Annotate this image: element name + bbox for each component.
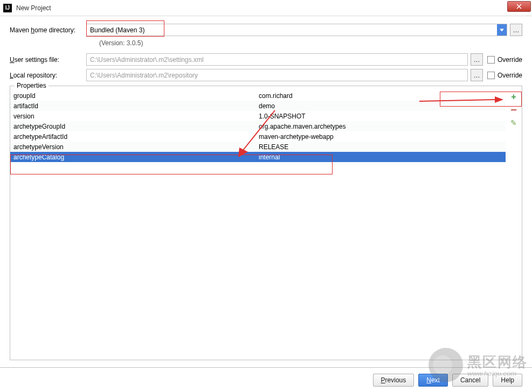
maven-home-value: Bundled (Maven 3) xyxy=(87,26,497,34)
user-settings-row: User settings file: C:\Users\Administrat… xyxy=(10,53,522,66)
prop-key: archetypeCatalog xyxy=(13,153,259,161)
prop-val: com.richard xyxy=(259,92,502,100)
maven-home-label: Maven home directory: xyxy=(10,26,86,34)
table-row[interactable]: archetypeGroupId org.apache.maven.archet… xyxy=(10,121,506,131)
pencil-icon: ✎ xyxy=(510,118,517,127)
user-settings-input[interactable]: C:\Users\Administrator\.m2\settings.xml xyxy=(86,53,468,66)
footer: Previous Next Cancel Help xyxy=(0,367,532,392)
properties-legend: Properties xyxy=(15,82,49,89)
remove-property-button[interactable]: − xyxy=(509,106,518,114)
app-icon: IJ xyxy=(3,4,12,12)
prop-val: 1.0-SNAPSHOT xyxy=(259,113,502,120)
prop-key: version xyxy=(13,113,259,120)
table-row[interactable]: archetypeCatalog internal xyxy=(10,152,506,162)
properties-table[interactable]: groupId com.richard artifactId demo vers… xyxy=(10,90,506,360)
table-row[interactable]: artifactId demo xyxy=(10,101,506,111)
table-row[interactable]: groupId com.richard xyxy=(10,90,506,101)
maven-version-text: (Version: 3.0.5) xyxy=(86,39,522,47)
prop-key: groupId xyxy=(13,92,259,100)
local-repo-override-checkbox[interactable] xyxy=(487,72,495,79)
close-icon xyxy=(516,4,522,9)
previous-button[interactable]: Previous xyxy=(373,374,414,387)
help-button[interactable]: Help xyxy=(493,374,522,387)
prop-val: RELEASE xyxy=(259,143,502,151)
local-repo-label: Local repository: xyxy=(10,72,86,79)
cancel-button[interactable]: Cancel xyxy=(452,374,488,387)
prop-val: maven-archetype-webapp xyxy=(259,133,502,141)
prop-val: org.apache.maven.archetypes xyxy=(259,123,502,130)
properties-fieldset: Properties groupId com.richard artifactI… xyxy=(10,86,522,360)
local-repo-override-wrap: Override xyxy=(487,72,522,79)
minus-icon: − xyxy=(510,107,517,113)
user-settings-override-checkbox[interactable] xyxy=(487,56,495,64)
user-settings-label: User settings file: xyxy=(10,56,86,64)
table-row[interactable]: archetypeArtifactId maven-archetype-weba… xyxy=(10,131,506,142)
properties-actions: + − ✎ xyxy=(506,90,522,360)
prop-val: internal xyxy=(259,153,502,161)
titlebar: IJ New Project xyxy=(0,0,532,16)
local-repo-input[interactable]: C:\Users\Administrator\.m2\repository xyxy=(86,69,468,81)
prop-key: artifactId xyxy=(13,102,259,110)
close-button[interactable] xyxy=(507,1,531,12)
user-settings-override-label: Override xyxy=(498,56,522,64)
maven-home-row: Maven home directory: Bundled (Maven 3) … xyxy=(10,24,522,36)
maven-home-browse-button[interactable]: … xyxy=(510,24,522,36)
plus-icon: + xyxy=(511,93,516,101)
prop-val: demo xyxy=(259,102,502,110)
table-row[interactable]: archetypeVersion RELEASE xyxy=(10,142,506,152)
prop-key: archetypeGroupId xyxy=(13,123,259,130)
local-repo-row: Local repository: C:\Users\Administrator… xyxy=(10,69,522,81)
window-title: New Project xyxy=(16,4,51,12)
user-settings-override-wrap: Override xyxy=(487,56,522,64)
prop-key: archetypeVersion xyxy=(13,143,259,151)
user-settings-browse-button[interactable]: … xyxy=(471,53,483,66)
edit-property-button[interactable]: ✎ xyxy=(509,118,518,127)
next-button[interactable]: Next xyxy=(418,374,448,387)
prop-key: archetypeArtifactId xyxy=(13,133,259,141)
chevron-down-icon[interactable] xyxy=(497,24,507,36)
add-property-button[interactable]: + xyxy=(509,93,518,101)
local-repo-browse-button[interactable]: … xyxy=(471,69,483,81)
local-repo-override-label: Override xyxy=(498,72,522,79)
maven-home-combo[interactable]: Bundled (Maven 3) xyxy=(86,24,507,36)
table-row[interactable]: version 1.0-SNAPSHOT xyxy=(10,111,506,121)
